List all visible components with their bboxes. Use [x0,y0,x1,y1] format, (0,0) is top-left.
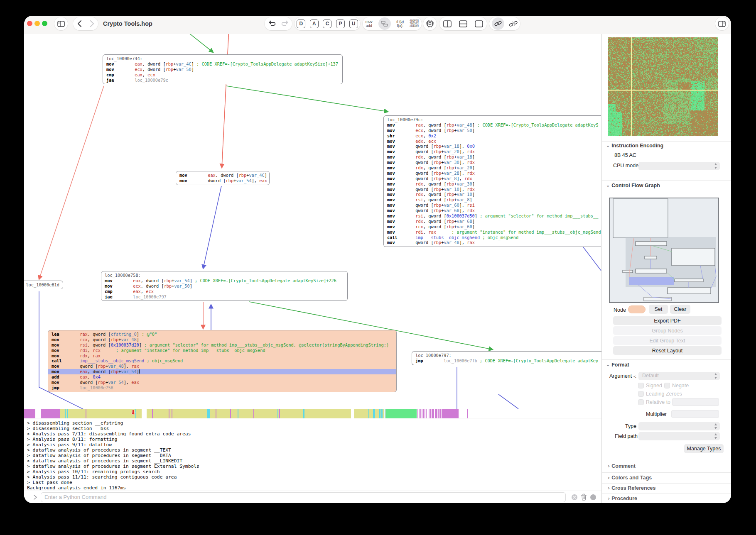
clear-node-color-button[interactable]: Clear [670,305,690,314]
asm-line[interactable]: mov qword [rbp+var_60], rsi [384,203,601,208]
cfg-node-loc-10000e79c[interactable]: loc_10000e79c:mov rax, qword [rbp+var_48… [383,115,601,247]
record-icon[interactable] [590,494,596,501]
section-cross-references[interactable]: ⌄Cross References [606,485,656,491]
link-views-button[interactable] [492,17,504,30]
asm-line[interactable]: mov qword [rbp+var_68], rdx [384,208,601,213]
asm-line[interactable]: shr ecx, 0x2 [384,133,601,139]
asm-line[interactable]: mov qword [rbp+var_48], rax [384,240,601,245]
clear-command-icon[interactable] [571,494,578,501]
section-format[interactable]: ⌄Format [606,362,629,368]
asm-line[interactable]: cmp eax, ecx [103,72,342,78]
asm-line[interactable]: mov qword [rbp+var_30], rdx [384,160,601,165]
address-space-strip[interactable] [24,409,601,418]
cfg-node-loc-10000e758[interactable]: loc_10000e758:mov eax, dword [rbp+var_54… [101,271,348,301]
asm-line[interactable]: mov qword [rbp+var_48], rax [48,364,396,369]
asm-line[interactable]: mov qword [rbp+var_28], rdx [384,171,601,176]
manage-types-button[interactable]: Manage Types [684,444,724,453]
asm-label[interactable]: loc_10000e797: [412,353,601,358]
assembly-view-button[interactable]: mov add [366,20,373,28]
asm-line[interactable]: jae loc_10000e79c [103,78,342,83]
asm-line[interactable]: call imp___stubs__objc_msgSend ; objc_ms… [384,235,601,240]
type-select[interactable] [638,422,720,430]
close-traffic-light[interactable] [27,21,32,26]
asm-label[interactable]: loc_10000e758: [101,273,347,278]
argument-format-select[interactable]: Default [638,372,720,380]
cfg-node-highlighted[interactable]: lea rax, qword [cfstring_0] ; @"0"mov rc… [48,330,397,392]
asm-line[interactable]: mov rdx, rax [48,353,396,359]
negate-checkbox[interactable] [664,383,670,388]
section-instruction-encoding[interactable]: ⌄Instruction Encoding [606,143,663,149]
leading-zeroes-checkbox[interactable] [638,391,644,397]
multiplier-input[interactable] [671,410,719,418]
asm-line[interactable]: mov rdx, qword [rbp+var_30] [384,181,601,187]
asm-line[interactable]: mov ecx, dword [rbp+var_50] [103,67,342,72]
cfg-node-loc-10000e81d[interactable]: loc_10000e81d [24,281,63,289]
section-colors-and-tags[interactable]: ⌄Colors and Tags [606,475,652,481]
data-type-button[interactable]: D [297,20,305,28]
section-comment[interactable]: ⌄Comment [606,463,636,469]
asm-line[interactable]: jmp loc_10000e7fb ; CODE XREF=-[Crypto_T… [412,358,601,364]
asm-line[interactable]: mov rdx, qword [rbp+var_68] [384,219,601,224]
pseudocode-view-button[interactable]: if (b) f(x): [396,20,404,28]
code-type-button[interactable]: C [323,20,331,28]
sidebar-toggle-button[interactable] [54,17,68,30]
asm-line[interactable]: mov ecx, dword [rbp+var_50] [384,128,601,133]
hex-view-button[interactable]: 486F78 786572 284469 [410,20,419,28]
asm-line[interactable]: mov rcx, qword [rbp+var_48] [48,337,396,342]
asm-line[interactable]: mov rcx, qword [rbp+var_60] [384,224,601,230]
python-command-input[interactable]: Enter a Python Command [41,492,566,502]
asm-line[interactable]: mov rdx, qword [rbp+var_18] [384,154,601,160]
asm-line[interactable]: jmp loc_10000e758 [48,385,396,391]
relative-to-input[interactable] [672,398,719,406]
asm-label[interactable]: loc_10000e81d [24,282,63,288]
cfg-minimap[interactable] [609,198,719,303]
trash-icon[interactable] [581,493,587,501]
cfg-view-button[interactable] [378,17,391,30]
section-control-flow-graph[interactable]: ⌄Control Flow Graph [606,183,660,188]
control-flow-graph-view[interactable]: loc_10000e744:mov eax, dword [rbp+var_4C… [24,34,601,409]
asm-line[interactable]: mov qword [rbp+var_8], rdx [384,176,601,181]
asm-line[interactable]: mov eax, dword [rbp+var_4C] [176,173,269,178]
single-pane-button[interactable] [475,20,483,27]
cpu-mode-select[interactable] [638,162,720,170]
procedure-type-button[interactable]: P [336,20,345,28]
asm-line[interactable]: mov qword [rbp+var_20], rdx [384,149,601,154]
edit-group-text-button[interactable]: Edit Group Text [613,336,722,345]
redo-button[interactable] [282,20,289,27]
asm-line[interactable]: mov rdi, rax ; argument "instance" for m… [384,230,601,235]
asm-line[interactable]: cmp eax, ecx [101,289,347,294]
relative-to-checkbox[interactable] [638,399,644,405]
node-color-swatch[interactable] [628,305,646,313]
cpu-button[interactable] [423,17,437,30]
minimize-traffic-light[interactable] [34,21,40,26]
asm-line[interactable]: mov rsi, qword [0x100037d50] ; argument … [384,213,601,219]
unlink-icon[interactable] [509,20,518,27]
entropy-map[interactable] [608,37,718,136]
asm-line[interactable]: mov rdx, qword [rbp+var_10] [384,192,601,197]
asm-label[interactable]: loc_10000e79c: [384,117,601,122]
asm-line[interactable]: lea rax, qword [cfstring_0] ; @"0" [48,332,396,337]
set-node-color-button[interactable]: Set [649,305,668,314]
cfg-node-loc-10000e744[interactable]: loc_10000e744:mov eax, dword [rbp+var_4C… [103,54,343,84]
asm-line[interactable]: jae loc_10000e797 [101,294,347,300]
asm-line[interactable]: mov rdi, rcx ; argument "instance" for m… [48,348,396,353]
forward-button[interactable] [90,20,94,27]
asm-line[interactable]: add eax, 0x4 [48,374,396,380]
reset-layout-button[interactable]: Reset Layout [613,346,722,355]
asm-line[interactable]: mov rsi, qword [0x100037d20] ; argument … [48,342,396,348]
asm-line[interactable]: call imp___stubs__objc_msgSend ; objc_ms… [48,358,396,364]
undefine-type-button[interactable]: U [349,20,358,28]
cfg-node-mid[interactable]: mov eax, dword [rbp+var_4C]mov dword [rb… [176,171,270,185]
asm-line[interactable]: mov eax, dword [rbp+var_54] [48,369,396,374]
asm-line[interactable]: mov qword [rbp+var_18], 0x0 [384,144,601,149]
cfg-node-loc-10000e797[interactable]: loc_10000e797:jmp loc_10000e7fb ; CODE X… [412,351,601,365]
undo-button[interactable] [268,20,275,27]
ascii-type-button[interactable]: A [310,20,319,28]
asm-line[interactable]: mov eax, dword [rbp+var_4C] ; CODE XREF=… [103,61,342,67]
asm-line[interactable]: mov qword [rbp+var_10], rdx [384,187,601,192]
asm-line[interactable]: mov edx, ecx [384,139,601,144]
right-panel-toggle-button[interactable] [715,17,729,30]
export-pdf-button[interactable]: Export PDF [613,316,722,325]
back-button[interactable] [77,20,82,27]
group-nodes-button[interactable]: Group Nodes [613,326,722,335]
